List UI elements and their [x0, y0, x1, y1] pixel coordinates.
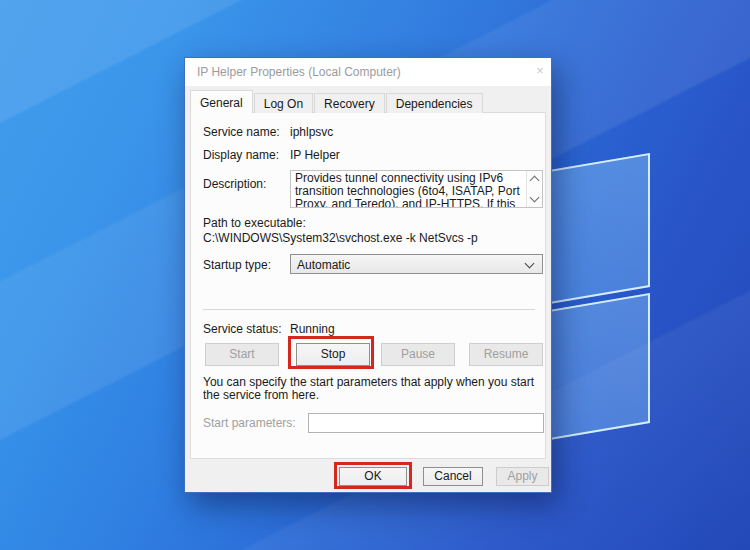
path-label: Path to executable: — [203, 216, 306, 230]
display-name-label: Display name: — [203, 148, 279, 162]
chevron-down-icon — [525, 259, 535, 269]
dialog-title: IP Helper Properties (Local Computer) — [197, 65, 401, 79]
tab-recovery[interactable]: Recovery — [314, 93, 385, 113]
resume-button[interactable]: Resume — [469, 343, 543, 366]
description-box[interactable]: Provides tunnel connectivity using IPv6 … — [290, 170, 543, 208]
tab-dependencies[interactable]: Dependencies — [386, 93, 483, 113]
service-status-value: Running — [290, 322, 335, 336]
scroll-down-icon[interactable] — [530, 193, 540, 203]
apply-button[interactable]: Apply — [496, 467, 549, 486]
start-parameters-label: Start parameters: — [203, 416, 296, 430]
service-status-label: Service status: — [203, 322, 282, 336]
ok-button[interactable]: OK — [339, 467, 407, 486]
service-properties-dialog: IP Helper Properties (Local Computer) × … — [184, 57, 552, 493]
close-icon[interactable]: × — [532, 63, 548, 79]
service-name-label: Service name: — [203, 125, 280, 139]
pause-button[interactable]: Pause — [381, 343, 455, 366]
cancel-button[interactable]: Cancel — [423, 467, 483, 486]
tab-general[interactable]: General — [190, 90, 253, 113]
start-parameters-help-text: You can specify the start parameters tha… — [203, 376, 543, 401]
service-name-value: iphlpsvc — [290, 125, 333, 139]
start-button[interactable]: Start — [205, 343, 279, 366]
startup-type-select[interactable]: Automatic — [290, 254, 543, 274]
section-divider — [203, 309, 535, 310]
dialog-titlebar[interactable]: IP Helper Properties (Local Computer) × — [185, 58, 551, 86]
general-tab-page: Service name: iphlpsvc Display name: IP … — [190, 112, 546, 459]
description-label: Description: — [203, 177, 266, 191]
tab-strip: General Log On Recovery Dependencies — [190, 90, 484, 113]
start-parameters-input[interactable] — [308, 413, 544, 433]
tab-log-on[interactable]: Log On — [254, 93, 313, 113]
scroll-up-icon[interactable] — [530, 176, 540, 186]
startup-type-label: Startup type: — [203, 258, 271, 272]
description-scrollbar[interactable] — [526, 171, 542, 207]
display-name-value: IP Helper — [290, 148, 340, 162]
description-text: Provides tunnel connectivity using IPv6 … — [295, 172, 523, 208]
dialog-body: General Log On Recovery Dependencies Ser… — [185, 86, 551, 492]
startup-type-value: Automatic — [297, 258, 350, 272]
path-value: C:\WINDOWS\System32\svchost.exe -k NetSv… — [203, 231, 478, 245]
stop-button[interactable]: Stop — [296, 343, 370, 366]
